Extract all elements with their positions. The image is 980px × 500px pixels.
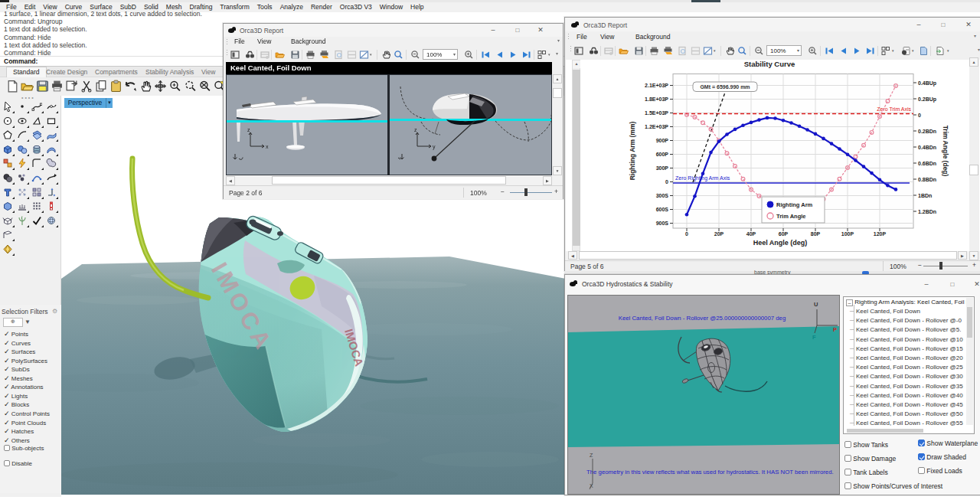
- svg-text:300P: 300P: [656, 165, 669, 171]
- svg-text:The geometry in this view refl: The geometry in this view reflects what …: [586, 469, 834, 475]
- svg-text:0: 0: [665, 179, 668, 185]
- svg-text:20P: 20P: [714, 231, 724, 237]
- svg-text:0.6BDn: 0.6BDn: [918, 161, 936, 166]
- svg-text:0.4BUp: 0.4BUp: [918, 80, 936, 87]
- svg-text:Z: Z: [590, 453, 593, 458]
- svg-text:P: P: [833, 326, 837, 333]
- svg-text:Zero Trim Axis: Zero Trim Axis: [877, 106, 911, 112]
- svg-text:y: y: [433, 144, 436, 150]
- svg-text:40P: 40P: [746, 231, 756, 237]
- svg-text:80P: 80P: [811, 231, 821, 237]
- svg-text:900S: 900S: [656, 221, 669, 226]
- svg-text:60P: 60P: [779, 231, 789, 237]
- svg-text:z: z: [414, 127, 417, 132]
- svg-text:1.2BDn: 1.2BDn: [918, 209, 936, 214]
- svg-text:Trim Angle: Trim Angle: [776, 213, 805, 220]
- svg-text:2.1E+03P: 2.1E+03P: [645, 83, 668, 88]
- svg-text:Keel Canted, Foil Down - Rollo: Keel Canted, Foil Down - Rollover @25.00…: [619, 315, 786, 322]
- svg-text:U: U: [814, 301, 818, 308]
- svg-text:100P: 100P: [841, 231, 854, 237]
- svg-text:x: x: [266, 144, 269, 149]
- svg-text:GMt = 6596.990 mm: GMt = 6596.990 mm: [700, 84, 750, 90]
- svg-text:Heel Angle (deg): Heel Angle (deg): [753, 239, 808, 247]
- svg-text:1BDn: 1BDn: [918, 193, 932, 198]
- svg-text:Righting Arm (mm): Righting Arm (mm): [629, 122, 636, 181]
- svg-text:600P: 600P: [656, 152, 669, 157]
- svg-text:Stability Curve: Stability Curve: [744, 60, 795, 68]
- svg-text:0.4BDn: 0.4BDn: [918, 145, 936, 150]
- svg-text:0.2BUp: 0.2BUp: [918, 96, 936, 103]
- svg-text:0.8BDn: 0.8BDn: [918, 177, 936, 182]
- svg-text:0.2BDn: 0.2BDn: [918, 129, 936, 134]
- svg-text:Trim Angle (deg): Trim Angle (deg): [942, 126, 949, 177]
- svg-text:120P: 120P: [874, 231, 887, 237]
- svg-text:1.8E+03P: 1.8E+03P: [645, 96, 668, 102]
- svg-text:F: F: [812, 334, 816, 341]
- svg-text:0: 0: [685, 231, 688, 237]
- svg-text:0: 0: [918, 113, 921, 118]
- svg-text:z: z: [247, 127, 250, 132]
- svg-text:900P: 900P: [656, 138, 669, 143]
- svg-text:Righting Arm: Righting Arm: [776, 201, 813, 208]
- svg-text:1.5E+03P: 1.5E+03P: [645, 110, 668, 116]
- svg-text:X: X: [590, 483, 593, 489]
- svg-text:600S: 600S: [656, 207, 669, 212]
- svg-text:300S: 300S: [656, 193, 669, 198]
- svg-text:1.2E+03P: 1.2E+03P: [645, 124, 668, 129]
